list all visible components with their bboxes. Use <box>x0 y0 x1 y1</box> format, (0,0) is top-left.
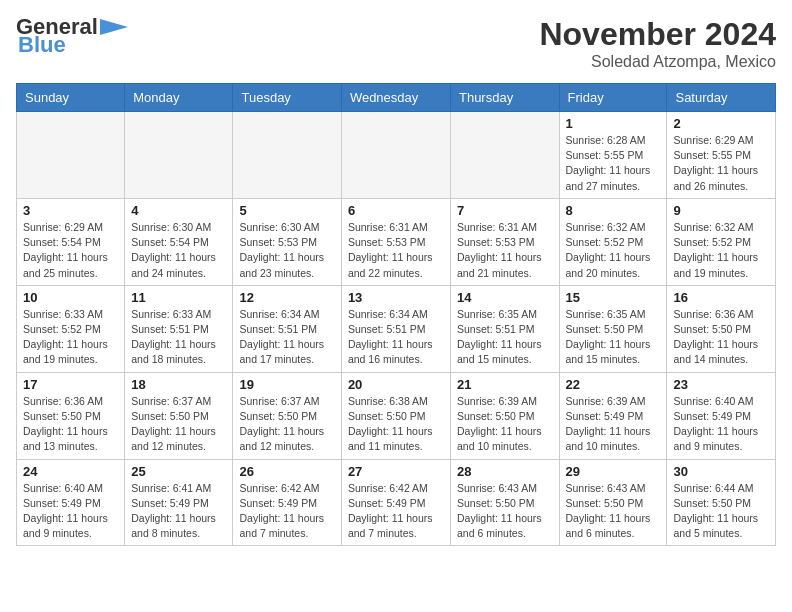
calendar-day-cell: 12Sunrise: 6:34 AM Sunset: 5:51 PM Dayli… <box>233 285 341 372</box>
calendar-day-cell: 2Sunrise: 6:29 AM Sunset: 5:55 PM Daylig… <box>667 112 776 199</box>
calendar-day-cell: 10Sunrise: 6:33 AM Sunset: 5:52 PM Dayli… <box>17 285 125 372</box>
day-number: 17 <box>23 377 118 392</box>
day-info: Sunrise: 6:36 AM Sunset: 5:50 PM Dayligh… <box>23 394 118 455</box>
calendar-day-cell: 24Sunrise: 6:40 AM Sunset: 5:49 PM Dayli… <box>17 459 125 546</box>
calendar-day-cell: 4Sunrise: 6:30 AM Sunset: 5:54 PM Daylig… <box>125 198 233 285</box>
calendar-day-cell: 6Sunrise: 6:31 AM Sunset: 5:53 PM Daylig… <box>341 198 450 285</box>
day-number: 9 <box>673 203 769 218</box>
day-info: Sunrise: 6:31 AM Sunset: 5:53 PM Dayligh… <box>457 220 553 281</box>
day-number: 10 <box>23 290 118 305</box>
day-number: 6 <box>348 203 444 218</box>
day-info: Sunrise: 6:43 AM Sunset: 5:50 PM Dayligh… <box>457 481 553 542</box>
calendar-day-cell: 18Sunrise: 6:37 AM Sunset: 5:50 PM Dayli… <box>125 372 233 459</box>
weekday-header: Tuesday <box>233 84 341 112</box>
calendar-day-cell: 9Sunrise: 6:32 AM Sunset: 5:52 PM Daylig… <box>667 198 776 285</box>
logo: General Blue <box>16 16 128 56</box>
calendar-week-row: 17Sunrise: 6:36 AM Sunset: 5:50 PM Dayli… <box>17 372 776 459</box>
day-info: Sunrise: 6:38 AM Sunset: 5:50 PM Dayligh… <box>348 394 444 455</box>
day-number: 4 <box>131 203 226 218</box>
day-number: 18 <box>131 377 226 392</box>
month-title: November 2024 <box>539 16 776 53</box>
location-title: Soledad Atzompa, Mexico <box>539 53 776 71</box>
calendar-day-cell: 25Sunrise: 6:41 AM Sunset: 5:49 PM Dayli… <box>125 459 233 546</box>
calendar-day-cell: 16Sunrise: 6:36 AM Sunset: 5:50 PM Dayli… <box>667 285 776 372</box>
day-number: 11 <box>131 290 226 305</box>
calendar-day-cell: 11Sunrise: 6:33 AM Sunset: 5:51 PM Dayli… <box>125 285 233 372</box>
svg-marker-0 <box>100 19 128 35</box>
day-number: 8 <box>566 203 661 218</box>
calendar-day-cell <box>125 112 233 199</box>
day-number: 21 <box>457 377 553 392</box>
calendar-day-cell: 8Sunrise: 6:32 AM Sunset: 5:52 PM Daylig… <box>559 198 667 285</box>
day-info: Sunrise: 6:42 AM Sunset: 5:49 PM Dayligh… <box>239 481 334 542</box>
day-number: 25 <box>131 464 226 479</box>
day-info: Sunrise: 6:42 AM Sunset: 5:49 PM Dayligh… <box>348 481 444 542</box>
calendar-day-cell: 1Sunrise: 6:28 AM Sunset: 5:55 PM Daylig… <box>559 112 667 199</box>
calendar-day-cell: 19Sunrise: 6:37 AM Sunset: 5:50 PM Dayli… <box>233 372 341 459</box>
logo-blue-text: Blue <box>16 34 66 56</box>
calendar-day-cell: 17Sunrise: 6:36 AM Sunset: 5:50 PM Dayli… <box>17 372 125 459</box>
calendar-week-row: 3Sunrise: 6:29 AM Sunset: 5:54 PM Daylig… <box>17 198 776 285</box>
day-info: Sunrise: 6:34 AM Sunset: 5:51 PM Dayligh… <box>348 307 444 368</box>
day-number: 29 <box>566 464 661 479</box>
day-number: 24 <box>23 464 118 479</box>
day-info: Sunrise: 6:31 AM Sunset: 5:53 PM Dayligh… <box>348 220 444 281</box>
day-number: 3 <box>23 203 118 218</box>
day-info: Sunrise: 6:37 AM Sunset: 5:50 PM Dayligh… <box>131 394 226 455</box>
calendar-day-cell: 26Sunrise: 6:42 AM Sunset: 5:49 PM Dayli… <box>233 459 341 546</box>
calendar-day-cell: 15Sunrise: 6:35 AM Sunset: 5:50 PM Dayli… <box>559 285 667 372</box>
day-info: Sunrise: 6:29 AM Sunset: 5:54 PM Dayligh… <box>23 220 118 281</box>
day-info: Sunrise: 6:32 AM Sunset: 5:52 PM Dayligh… <box>566 220 661 281</box>
day-info: Sunrise: 6:35 AM Sunset: 5:51 PM Dayligh… <box>457 307 553 368</box>
day-info: Sunrise: 6:40 AM Sunset: 5:49 PM Dayligh… <box>673 394 769 455</box>
day-number: 19 <box>239 377 334 392</box>
calendar-week-row: 24Sunrise: 6:40 AM Sunset: 5:49 PM Dayli… <box>17 459 776 546</box>
calendar-day-cell: 7Sunrise: 6:31 AM Sunset: 5:53 PM Daylig… <box>450 198 559 285</box>
calendar-day-cell: 21Sunrise: 6:39 AM Sunset: 5:50 PM Dayli… <box>450 372 559 459</box>
calendar-day-cell: 3Sunrise: 6:29 AM Sunset: 5:54 PM Daylig… <box>17 198 125 285</box>
calendar-day-cell: 13Sunrise: 6:34 AM Sunset: 5:51 PM Dayli… <box>341 285 450 372</box>
page-header: General Blue November 2024 Soledad Atzom… <box>16 16 776 71</box>
calendar-day-cell <box>17 112 125 199</box>
day-number: 15 <box>566 290 661 305</box>
calendar-day-cell: 28Sunrise: 6:43 AM Sunset: 5:50 PM Dayli… <box>450 459 559 546</box>
title-block: November 2024 Soledad Atzompa, Mexico <box>539 16 776 71</box>
day-info: Sunrise: 6:44 AM Sunset: 5:50 PM Dayligh… <box>673 481 769 542</box>
day-number: 2 <box>673 116 769 131</box>
calendar-week-row: 10Sunrise: 6:33 AM Sunset: 5:52 PM Dayli… <box>17 285 776 372</box>
day-info: Sunrise: 6:41 AM Sunset: 5:49 PM Dayligh… <box>131 481 226 542</box>
day-info: Sunrise: 6:33 AM Sunset: 5:52 PM Dayligh… <box>23 307 118 368</box>
weekday-header: Friday <box>559 84 667 112</box>
calendar-day-cell: 22Sunrise: 6:39 AM Sunset: 5:49 PM Dayli… <box>559 372 667 459</box>
calendar-day-cell: 30Sunrise: 6:44 AM Sunset: 5:50 PM Dayli… <box>667 459 776 546</box>
day-number: 1 <box>566 116 661 131</box>
weekday-header: Sunday <box>17 84 125 112</box>
day-info: Sunrise: 6:33 AM Sunset: 5:51 PM Dayligh… <box>131 307 226 368</box>
weekday-header: Thursday <box>450 84 559 112</box>
day-number: 28 <box>457 464 553 479</box>
day-info: Sunrise: 6:30 AM Sunset: 5:53 PM Dayligh… <box>239 220 334 281</box>
day-info: Sunrise: 6:28 AM Sunset: 5:55 PM Dayligh… <box>566 133 661 194</box>
calendar-day-cell <box>233 112 341 199</box>
calendar-day-cell: 5Sunrise: 6:30 AM Sunset: 5:53 PM Daylig… <box>233 198 341 285</box>
day-number: 13 <box>348 290 444 305</box>
day-info: Sunrise: 6:30 AM Sunset: 5:54 PM Dayligh… <box>131 220 226 281</box>
day-info: Sunrise: 6:37 AM Sunset: 5:50 PM Dayligh… <box>239 394 334 455</box>
calendar-day-cell: 23Sunrise: 6:40 AM Sunset: 5:49 PM Dayli… <box>667 372 776 459</box>
calendar-day-cell: 20Sunrise: 6:38 AM Sunset: 5:50 PM Dayli… <box>341 372 450 459</box>
day-number: 30 <box>673 464 769 479</box>
calendar-week-row: 1Sunrise: 6:28 AM Sunset: 5:55 PM Daylig… <box>17 112 776 199</box>
calendar-day-cell: 27Sunrise: 6:42 AM Sunset: 5:49 PM Dayli… <box>341 459 450 546</box>
day-number: 27 <box>348 464 444 479</box>
weekday-header: Monday <box>125 84 233 112</box>
logo-icon <box>100 19 128 35</box>
day-number: 5 <box>239 203 334 218</box>
day-info: Sunrise: 6:36 AM Sunset: 5:50 PM Dayligh… <box>673 307 769 368</box>
day-number: 7 <box>457 203 553 218</box>
calendar-day-cell <box>450 112 559 199</box>
weekday-header: Wednesday <box>341 84 450 112</box>
calendar-day-cell: 14Sunrise: 6:35 AM Sunset: 5:51 PM Dayli… <box>450 285 559 372</box>
calendar-day-cell <box>341 112 450 199</box>
day-info: Sunrise: 6:39 AM Sunset: 5:49 PM Dayligh… <box>566 394 661 455</box>
day-info: Sunrise: 6:34 AM Sunset: 5:51 PM Dayligh… <box>239 307 334 368</box>
